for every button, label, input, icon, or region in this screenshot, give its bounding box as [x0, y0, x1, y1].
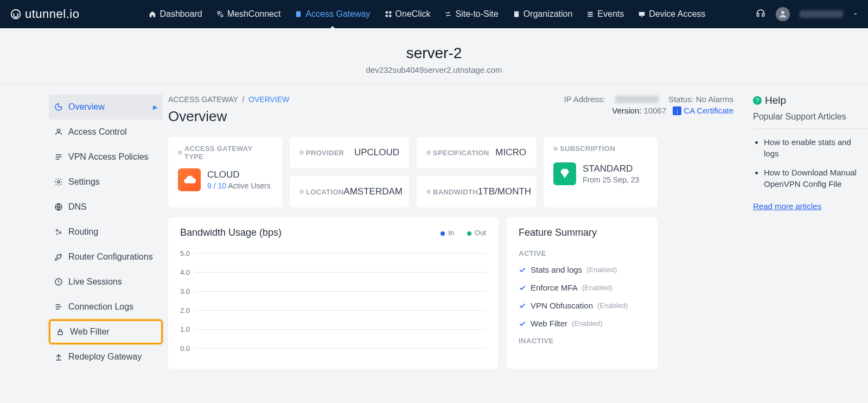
- legend-out: Out: [467, 229, 486, 237]
- sidebar-item-router-config[interactable]: Router Configurations: [49, 244, 163, 269]
- nav-device-access-label: Device Access: [649, 9, 705, 19]
- sidebar-item-web-filter[interactable]: Web Filter: [49, 319, 163, 344]
- help-article[interactable]: How to Download Manual OpenVPN Config Fi…: [764, 167, 868, 190]
- swap-icon: [444, 10, 452, 18]
- sidebar-item-access-control[interactable]: Access Control: [49, 119, 163, 144]
- card-subscription: SUBSCRIPTION STANDARD From 25 Sep, 23: [544, 137, 658, 207]
- nav-oneclick[interactable]: OneClick: [385, 9, 431, 19]
- card-provider: PROVIDERUPCLOUD: [290, 137, 409, 168]
- chevron-down-icon[interactable]: [853, 9, 858, 19]
- y-tick: 0.0: [180, 344, 190, 352]
- gear-icon: [54, 178, 63, 186]
- sidebar-label: VPN Access Policies: [68, 152, 149, 162]
- help-article[interactable]: How to enable stats and logs: [764, 136, 868, 159]
- headset-icon[interactable]: [755, 8, 766, 21]
- ca-certificate-label: CA Certificate: [684, 106, 733, 115]
- nav-events[interactable]: Events: [586, 9, 624, 19]
- nav-dashboard[interactable]: Dashboard: [149, 9, 202, 19]
- topnav-right: [755, 7, 858, 21]
- sidebar-item-redeploy[interactable]: Redeploy Gateway: [49, 344, 163, 369]
- subscription-value: STANDARD: [583, 163, 639, 174]
- version-label: Version:: [612, 106, 641, 115]
- sidebar-item-overview[interactable]: Overview ▶: [49, 95, 163, 119]
- nav-access-gateway[interactable]: Access Gateway: [295, 9, 370, 19]
- lower-row: Bandwidth Usage (bps) In Out 5.0 4.0 3.0…: [168, 217, 733, 369]
- card-label: PROVIDER: [306, 149, 344, 157]
- card-bandwidth: BANDWIDTH1TB/MONTH: [417, 176, 536, 207]
- logo-icon: [10, 8, 22, 20]
- feature-active-label: ACTIVE: [519, 249, 646, 257]
- nav-organization[interactable]: Organization: [513, 9, 573, 19]
- lock-icon: [56, 328, 65, 336]
- chart-legend: In Out: [441, 229, 486, 237]
- ca-certificate-link[interactable]: ↓CA Certificate: [673, 106, 733, 115]
- provider-value: UPCLOUD: [354, 147, 399, 158]
- help-panel: ?Help Popular Support Articles How to en…: [743, 95, 868, 369]
- card-location: LOCATIONAMSTERDAM: [290, 176, 409, 207]
- nav-device-access[interactable]: Device Access: [638, 9, 705, 19]
- page-heading: Overview: [168, 108, 227, 125]
- check-icon: [519, 302, 526, 310]
- gateway-type-value: CLOUD: [207, 169, 271, 180]
- logs-icon: [54, 303, 63, 311]
- check-icon: [519, 320, 526, 328]
- user-icon: [54, 128, 63, 136]
- nav-oneclick-label: OneClick: [395, 9, 431, 19]
- caret-right-icon: ▶: [153, 104, 157, 111]
- y-tick: 1.0: [180, 325, 190, 333]
- card-label: SPECIFICATION: [433, 149, 489, 157]
- globe-icon: [54, 203, 63, 211]
- user-avatar[interactable]: [776, 7, 790, 21]
- svg-rect-15: [641, 16, 643, 17]
- breadcrumb-current: OVERVIEW: [248, 95, 289, 104]
- status-label: Status:: [668, 95, 694, 104]
- sidebar-item-connection-logs[interactable]: Connection Logs: [49, 294, 163, 319]
- building-icon: [513, 10, 520, 18]
- check-icon: [519, 284, 526, 292]
- svg-rect-6: [385, 15, 387, 17]
- sidebar-item-vpn-policies[interactable]: VPN Access Policies: [49, 144, 163, 169]
- feature-item-webfilter: Web Filter (Enabled): [519, 319, 646, 328]
- sidebar-label: Access Control: [68, 127, 127, 137]
- sidebar-item-settings[interactable]: Settings: [49, 169, 163, 194]
- svg-point-18: [58, 181, 60, 183]
- sidebar-item-live-sessions[interactable]: Live Sessions: [49, 269, 163, 294]
- cards-mid-1: PROVIDERUPCLOUD LOCATIONAMSTERDAM: [290, 137, 409, 207]
- sidebar-label: Settings: [68, 177, 100, 187]
- nav-site-to-site[interactable]: Site-to-Site: [444, 9, 498, 19]
- nav-access-gateway-label: Access Gateway: [305, 9, 370, 19]
- brand-text: utunnel.io: [25, 7, 79, 21]
- breadcrumb-root[interactable]: ACCESS GATEWAY: [168, 95, 238, 104]
- version-value: 10067: [644, 106, 667, 115]
- y-tick: 5.0: [180, 249, 190, 257]
- grid-icon: [385, 10, 392, 18]
- svg-rect-4: [385, 11, 387, 14]
- clock-icon: [54, 278, 63, 286]
- svg-rect-9: [515, 12, 515, 13]
- cloud-icon: [178, 168, 201, 191]
- feature-title: Feature Summary: [519, 227, 646, 238]
- sidebar-item-dns[interactable]: DNS: [49, 194, 163, 219]
- upload-icon: [54, 352, 63, 361]
- sidebar: Overview ▶ Access Control VPN Access Pol…: [0, 95, 163, 369]
- brand-logo[interactable]: utunnel.io: [10, 7, 79, 21]
- card-label: SUBSCRIPTION: [560, 144, 615, 153]
- svg-rect-21: [58, 331, 62, 335]
- sidebar-label: Connection Logs: [68, 302, 133, 312]
- sidebar-item-routing[interactable]: Routing: [49, 219, 163, 244]
- card-label: ACCESS GATEWAY TYPE: [184, 144, 272, 161]
- svg-rect-11: [588, 12, 593, 13]
- server-title: server-2: [0, 45, 868, 62]
- help-read-more[interactable]: Read more articles: [753, 202, 821, 211]
- svg-rect-13: [588, 16, 593, 17]
- svg-point-17: [57, 129, 60, 132]
- diamond-icon: [553, 162, 576, 185]
- policy-icon: [54, 153, 63, 161]
- ip-value: [615, 96, 659, 103]
- page-header: server-2 dev232sub4049server2.utnstage.c…: [0, 28, 868, 85]
- nav-meshconnect[interactable]: MeshConnect: [216, 9, 281, 19]
- breadcrumb-sep: /: [242, 95, 244, 104]
- svg-rect-5: [389, 11, 391, 14]
- nav-links: Dashboard MeshConnect Access Gateway One…: [149, 9, 705, 19]
- subscription-date: From 25 Sep, 23: [583, 175, 639, 184]
